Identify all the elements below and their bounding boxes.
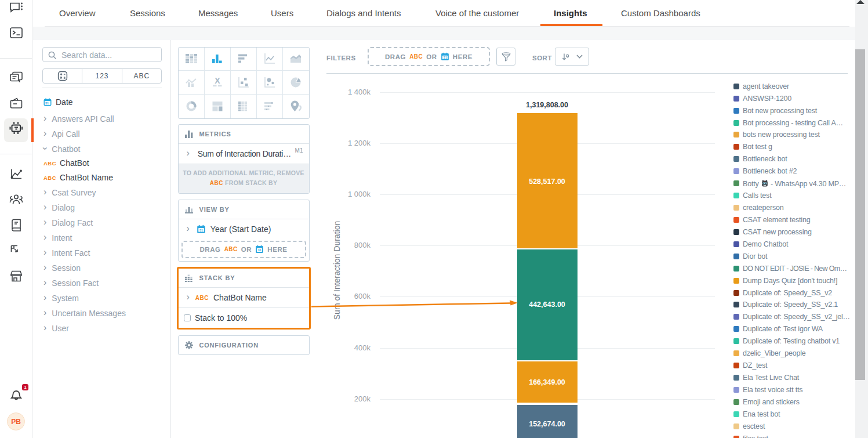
svg-text:X: X	[215, 76, 220, 85]
svg-text:31: 31	[443, 56, 447, 59]
svg-text:31: 31	[45, 102, 49, 105]
svg-text:31: 31	[199, 228, 203, 231]
svg-text:31: 31	[258, 248, 262, 252]
